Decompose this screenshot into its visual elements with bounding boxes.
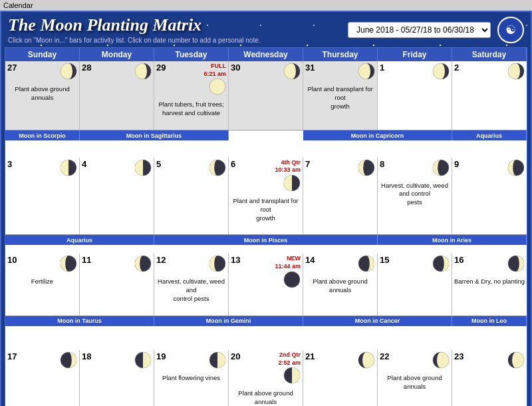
date-number-27[interactable]: 27 <box>7 63 17 73</box>
date-number-9[interactable]: 9 <box>454 159 459 169</box>
cell-w3-d7: 16 Barren & Dry, no planting <box>452 254 527 315</box>
moon-phase-waning-crescent <box>358 159 375 179</box>
date-number-23[interactable]: 23 <box>454 351 464 361</box>
activity-text: Harvest, cultivate, weed and control pes… <box>156 278 226 303</box>
date-number-19[interactable]: 19 <box>156 351 166 361</box>
activity-text: Plant tubers, fruit trees; harvest and c… <box>156 101 226 118</box>
cell-w3-d2: 11 <box>80 254 154 315</box>
moon-phase-waning-crescent <box>209 159 226 179</box>
sign-bar-moon-in-cancer[interactable]: Moon in Cancer <box>303 316 452 326</box>
date-number-30[interactable]: 30 <box>231 63 240 73</box>
app-title: Calendar <box>3 1 33 9</box>
cell-w1-d3: 29FULL 6:21 amPlant tubers, fruit trees;… <box>154 61 229 130</box>
date-number-22[interactable]: 22 <box>380 351 389 361</box>
phase-label: 4th Qtr 10:33 am <box>275 159 301 174</box>
date-number-20[interactable]: 20 <box>231 351 240 361</box>
activity-text: Plant above ground annuals <box>305 278 375 295</box>
cell-w3-d1: 10 Fertilize <box>5 254 80 315</box>
sign-bar-moon-in-scorpio[interactable]: Moon in Scorpio <box>5 130 80 140</box>
week-2: 3 4 5 64th Qtr 10:33 am Plant and transp… <box>5 158 527 254</box>
moon-phase-waning-gibbous <box>60 63 77 83</box>
sign-bar-moon-in-leo[interactable]: Moon in Leo <box>452 316 527 326</box>
cell-w2-d6: 8 Harvest, cultivate, weed and control p… <box>378 158 452 235</box>
date-number-21[interactable]: 21 <box>305 351 315 361</box>
day-header-thursday: Thursday <box>303 48 378 61</box>
sign-bar-moon-in-aries[interactable]: Moon in Aries <box>378 235 527 245</box>
cell-w1-d6: 1 <box>378 61 452 130</box>
moon-phase-first-quarter <box>209 351 226 371</box>
week-1: 27 Plant above ground annuals28 29FULL 6… <box>5 61 527 158</box>
activity-text: Plant flowering vines <box>156 374 226 383</box>
date-number-15[interactable]: 15 <box>380 255 389 265</box>
cell-w3-d5: 14 Plant above ground annuals <box>303 254 378 315</box>
activity-text: Fertilize <box>7 278 77 286</box>
cell-w2-d1: 3 <box>5 158 80 235</box>
date-number-31[interactable]: 31 <box>305 63 315 73</box>
moon-phase-new <box>283 271 301 291</box>
sign-bar-moon-in-capricorn[interactable]: Moon in Capricorn <box>303 130 452 140</box>
date-number-14[interactable]: 14 <box>305 255 315 265</box>
date-number-8[interactable]: 8 <box>380 159 384 169</box>
date-number-17[interactable]: 17 <box>7 351 17 361</box>
sign-bar-moon-in-taurus[interactable]: Moon in Taurus <box>5 316 154 326</box>
moon-phase-waxing-crescent <box>507 255 525 275</box>
date-number-11[interactable]: 11 <box>82 255 91 265</box>
moon-phase-full <box>209 78 226 98</box>
date-number-10[interactable]: 10 <box>7 255 17 265</box>
date-number-13[interactable]: 13 <box>231 255 240 265</box>
cell-w4-d2: 18 <box>80 350 154 406</box>
date-number-16[interactable]: 16 <box>454 255 464 265</box>
cell-w4-d1: 17 <box>5 350 80 406</box>
moon-phase-last-quarter <box>283 174 301 194</box>
header-right: June 2018 - 05/27/18 to 06/30/18 ☯ <box>348 17 524 43</box>
week-3: 10 Fertilize11 12 Harvest, cultivate, we… <box>5 254 527 350</box>
moon-phase-waning-crescent <box>507 159 525 179</box>
week-3-cells: 10 Fertilize11 12 Harvest, cultivate, we… <box>5 254 527 315</box>
moon-phase-first-quarter <box>134 351 152 371</box>
date-number-3[interactable]: 3 <box>7 159 12 169</box>
sign-bar-moon-in-gemini[interactable]: Moon in Gemini <box>154 316 303 326</box>
cell-w1-d4: 30 <box>229 61 303 130</box>
moon-phase-waxing-crescent <box>60 351 77 371</box>
sign-bar-aquarius[interactable]: Aquarius <box>5 235 154 245</box>
cell-w1-d5: 31 Plant and transplant for root growth <box>303 61 378 130</box>
svg-point-2 <box>209 79 225 95</box>
date-number-1[interactable]: 1 <box>380 63 384 73</box>
date-number-29[interactable]: 29 <box>156 63 166 73</box>
sign-bar-aquarius[interactable]: Aquarius <box>452 130 527 140</box>
svg-point-17 <box>284 272 300 288</box>
date-number-6[interactable]: 6 <box>231 159 235 169</box>
date-number-28[interactable]: 28 <box>82 63 91 73</box>
moon-phase-waning-gibbous <box>432 63 450 83</box>
cell-w2-d5: 7 <box>303 158 378 235</box>
moon-phase-waning-gibbous <box>358 63 375 83</box>
activity-text: Plant and transplant for root growth <box>231 197 301 222</box>
sign-bar-moon-in-pisces[interactable]: Moon in Pisces <box>154 235 378 245</box>
sign-bar-moon-in-sagittarius[interactable]: Moon in Sagittarius <box>80 130 229 140</box>
activity-text: Barren & Dry, no planting <box>454 278 525 286</box>
moon-phase-waning-gibbous <box>507 63 525 83</box>
date-number-7[interactable]: 7 <box>305 159 310 169</box>
date-range-selector[interactable]: June 2018 - 05/27/18 to 06/30/18 <box>348 22 491 38</box>
activity-text: Plant above ground annuals <box>7 85 77 102</box>
phase-label: NEW 11:44 am <box>275 255 301 270</box>
moon-phase-waning-crescent <box>134 255 152 275</box>
cell-w4-d5: 21 <box>303 350 378 406</box>
day-header-sunday: Sunday <box>5 48 80 61</box>
week-1-cells: 27 Plant above ground annuals28 29FULL 6… <box>5 61 527 130</box>
moon-phase-waning-crescent <box>60 255 77 275</box>
activity-text: Plant and transplant for root growth <box>305 85 375 110</box>
date-number-12[interactable]: 12 <box>156 255 166 265</box>
date-number-5[interactable]: 5 <box>156 159 161 169</box>
week-4: 17 18 19 Plant flowering vines202nd Qtr … <box>5 350 527 406</box>
date-number-18[interactable]: 18 <box>82 351 91 361</box>
date-number-4[interactable]: 4 <box>82 159 86 169</box>
cell-w4-d4: 202nd Qtr 2:52 am Plant above ground ann… <box>229 350 303 406</box>
moon-phase-last-quarter <box>60 159 77 179</box>
moon-phase-waxing-crescent <box>358 255 375 275</box>
cell-w2-d3: 5 <box>154 158 229 235</box>
calendar-grid: 27 Plant above ground annuals28 29FULL 6… <box>5 61 527 406</box>
moon-phase-last-quarter <box>134 159 152 179</box>
moon-phase-waxing-gibbous <box>432 351 450 371</box>
date-number-2[interactable]: 2 <box>454 63 459 73</box>
